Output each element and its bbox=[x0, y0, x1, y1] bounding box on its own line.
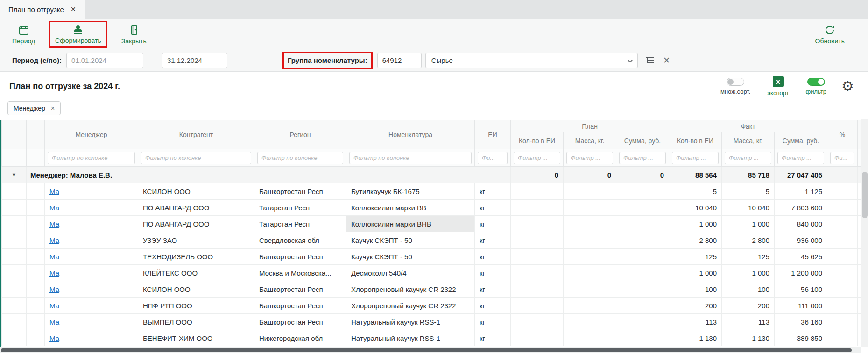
multisort-toggle[interactable] bbox=[727, 78, 744, 86]
cell-unit[interactable]: кг bbox=[475, 330, 511, 346]
cell-plan-qty[interactable] bbox=[511, 216, 564, 232]
cell-percent[interactable] bbox=[827, 298, 858, 314]
cell-percent[interactable] bbox=[827, 265, 858, 281]
cell-select[interactable] bbox=[27, 200, 45, 216]
cell-plan-qty[interactable] bbox=[511, 249, 564, 265]
filter-input-region[interactable] bbox=[257, 152, 343, 164]
cell-select[interactable] bbox=[27, 249, 45, 265]
table-row[interactable]: Ма КСИЛОН ООО Башкортостан Респ Бутилкау… bbox=[2, 183, 862, 200]
cell-unit[interactable]: кг bbox=[475, 249, 511, 265]
cell-fact-sum[interactable]: 56 100 bbox=[775, 281, 827, 298]
vertical-scrollbar[interactable] bbox=[861, 119, 868, 347]
cell-plan-sum[interactable] bbox=[616, 281, 669, 298]
cell-fact-qty[interactable]: 5 bbox=[669, 183, 722, 200]
cell-fact-qty[interactable]: 1 000 bbox=[669, 265, 722, 281]
table-row[interactable]: Ма ПО АВАНГАРД ООО Татарстан Респ Коллок… bbox=[2, 200, 862, 216]
cell-contragent[interactable]: БЕНЕФИТ-ХИМ ООО bbox=[138, 330, 254, 346]
cell-fact-mass[interactable]: 100 bbox=[722, 281, 775, 298]
period-button[interactable]: Период bbox=[12, 24, 35, 45]
column-header-plan-qty[interactable]: Кол-во в ЕИ bbox=[511, 132, 564, 149]
cell-nomenclature[interactable]: Каучук СКЭПТ - 50 bbox=[346, 249, 475, 265]
table-row[interactable]: Ма ТЕХНОДИЗЕЛЬ ООО Башкортостан Респ Кау… bbox=[2, 249, 862, 265]
column-header-contragent[interactable]: Контрагент bbox=[138, 120, 254, 149]
tab-shipment-plan[interactable]: План по отгрузке ✕ bbox=[0, 0, 85, 19]
filter-input-fact-sum[interactable] bbox=[777, 152, 824, 164]
cell-plan-qty[interactable] bbox=[511, 281, 564, 298]
cell-region[interactable]: Свердловская обл bbox=[254, 232, 346, 249]
cell-fact-sum[interactable]: 389 850 bbox=[775, 330, 827, 346]
cell-contragent[interactable]: ВЫМПЕЛ ООО bbox=[138, 314, 254, 330]
filter-input-manager[interactable] bbox=[48, 152, 135, 164]
table-row[interactable]: Ма ВЫМПЕЛ ООО Башкортостан Респ Натураль… bbox=[2, 314, 862, 330]
column-header-fact-mass[interactable]: Масса, кг. bbox=[722, 132, 775, 149]
filter-input-nomenclature[interactable] bbox=[349, 152, 472, 164]
column-header-plan-mass[interactable]: Масса, кг. bbox=[564, 132, 616, 149]
group-row-manager[interactable]: ▼ Менеджер: Малова Е.В. 0 0 0 88 564 85 … bbox=[2, 167, 862, 183]
table-row[interactable]: Ма КСИЛОН ООО Башкортостан Респ Хлоропре… bbox=[2, 281, 862, 298]
date-to-input[interactable] bbox=[162, 53, 227, 68]
manager-link[interactable]: Ма bbox=[49, 236, 59, 244]
grouping-chip-close-icon[interactable]: × bbox=[51, 104, 55, 112]
cell-plan-sum[interactable] bbox=[616, 298, 669, 314]
table-row[interactable]: Ма УЗЭУ ЗАО Свердловская обл Каучук СКЭП… bbox=[2, 232, 862, 249]
cell-plan-mass[interactable] bbox=[564, 183, 616, 200]
cell-nomenclature[interactable]: Коллоксилин марки ВВ bbox=[346, 200, 475, 216]
cell-fact-sum[interactable]: 36 160 bbox=[775, 314, 827, 330]
column-header-fact-sum[interactable]: Сумма, руб. bbox=[775, 132, 827, 149]
filter-input-plan-sum[interactable] bbox=[619, 152, 666, 164]
filter-toggle-group[interactable]: фильтр bbox=[806, 78, 826, 95]
cell-select[interactable] bbox=[27, 183, 45, 200]
cell-region[interactable]: Татарстан Респ bbox=[254, 216, 346, 232]
manager-link[interactable]: Ма bbox=[49, 269, 59, 277]
vertical-scrollbar-thumb[interactable] bbox=[862, 172, 868, 218]
cell-plan-qty[interactable] bbox=[511, 232, 564, 249]
cell-nomenclature[interactable]: Десмоколл 540/4 bbox=[346, 265, 475, 281]
cell-fact-sum[interactable]: 111 000 bbox=[775, 298, 827, 314]
cell-fact-qty[interactable]: 125 bbox=[669, 249, 722, 265]
cell-plan-mass[interactable] bbox=[564, 216, 616, 232]
column-header-plan-sum[interactable]: Сумма, руб. bbox=[616, 132, 669, 149]
cell-region[interactable]: Башкортостан Респ bbox=[254, 281, 346, 298]
cell-select[interactable] bbox=[27, 298, 45, 314]
cell-unit[interactable]: кг bbox=[475, 232, 511, 249]
cell-plan-qty[interactable] bbox=[511, 330, 564, 346]
manager-link[interactable]: Ма bbox=[49, 318, 59, 326]
cell-plan-mass[interactable] bbox=[564, 249, 616, 265]
cell-fact-mass[interactable]: 10 040 bbox=[722, 200, 775, 216]
cell-plan-sum[interactable] bbox=[616, 249, 669, 265]
hierarchy-tree-button[interactable] bbox=[644, 54, 656, 68]
date-from-input[interactable] bbox=[66, 53, 143, 68]
filter-input-contragent[interactable] bbox=[141, 152, 251, 164]
cell-plan-mass[interactable] bbox=[564, 330, 616, 346]
cell-nomenclature[interactable]: Натуральный каучук RSS-1 bbox=[346, 314, 475, 330]
horizontal-scrollbar-thumb[interactable] bbox=[1, 348, 852, 352]
cell-plan-sum[interactable] bbox=[616, 216, 669, 232]
cell-plan-qty[interactable] bbox=[511, 183, 564, 200]
cell-nomenclature[interactable]: Натуральный каучук RSS-1 bbox=[346, 330, 475, 346]
nomenclature-group-select[interactable]: Сырье bbox=[425, 53, 638, 68]
cell-plan-mass[interactable] bbox=[564, 298, 616, 314]
cell-plan-qty[interactable] bbox=[511, 314, 564, 330]
column-header-percent[interactable]: % bbox=[827, 120, 858, 149]
cell-fact-qty[interactable]: 113 bbox=[669, 314, 722, 330]
table-row[interactable]: Ма НПФ РТП ООО Башкортостан Респ Хлоропр… bbox=[2, 298, 862, 314]
cell-contragent[interactable]: КСИЛОН ООО bbox=[138, 183, 254, 200]
cell-percent[interactable] bbox=[827, 232, 858, 249]
generate-button[interactable]: Сформировать bbox=[55, 23, 101, 44]
cell-contragent[interactable]: ПО АВАНГАРД ООО bbox=[138, 216, 254, 232]
cell-plan-qty[interactable] bbox=[511, 265, 564, 281]
table-row[interactable]: Ма ПО АВАНГАРД ООО Татарстан Респ Коллок… bbox=[2, 216, 862, 232]
multisort-toggle-group[interactable]: множ.сорт. bbox=[720, 78, 750, 95]
cell-plan-mass[interactable] bbox=[564, 200, 616, 216]
tab-close-icon[interactable]: ✕ bbox=[71, 6, 76, 13]
cell-fact-mass[interactable]: 1 130 bbox=[722, 330, 775, 346]
cell-fact-qty[interactable]: 2 800 bbox=[669, 232, 722, 249]
cell-percent[interactable] bbox=[827, 183, 858, 200]
cell-select[interactable] bbox=[27, 232, 45, 249]
cell-fact-qty[interactable]: 10 040 bbox=[669, 200, 722, 216]
cell-percent[interactable] bbox=[827, 216, 858, 232]
horizontal-scrollbar[interactable] bbox=[0, 347, 861, 353]
manager-link[interactable]: Ма bbox=[49, 253, 59, 261]
cell-plan-sum[interactable] bbox=[616, 200, 669, 216]
manager-link[interactable]: Ма bbox=[49, 302, 59, 310]
